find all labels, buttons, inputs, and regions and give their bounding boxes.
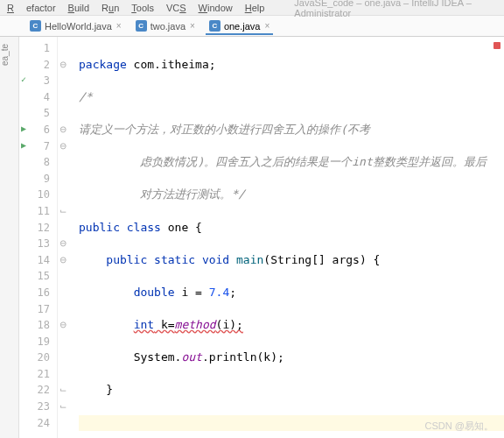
- code-line: /*: [79, 89, 504, 106]
- watermark: CSDN @易知。: [425, 420, 494, 433]
- code-line: int k=method(i);: [79, 317, 504, 334]
- fold-column[interactable]: ⊖ ⊖⊖ ⌙⊖⊖ ⊖ ⌙⌙: [58, 37, 68, 438]
- line-number[interactable]: 20: [19, 350, 57, 366]
- sidebar-label: ea_te: [0, 44, 10, 66]
- line-number[interactable]: 22: [19, 382, 57, 399]
- line-number[interactable]: 8: [19, 154, 57, 171]
- line-number[interactable]: 11: [19, 203, 57, 220]
- window-title: JavaSE_code – one.java – IntelliJ IDEA –…: [276, 0, 497, 18]
- line-number[interactable]: 9: [19, 171, 57, 187]
- menu-run[interactable]: Run: [102, 3, 119, 13]
- title-bar: Refactor Build Run Tools VCS Window Help…: [0, 0, 504, 16]
- line-number[interactable]: 4: [19, 89, 57, 106]
- tab-two[interactable]: C two.java ×: [129, 18, 202, 34]
- java-class-icon: C: [209, 20, 220, 32]
- tab-label: HelloWorld.java: [45, 21, 112, 32]
- line-number[interactable]: 1: [19, 40, 57, 57]
- tab-label: two.java: [150, 21, 186, 32]
- menu-refactor[interactable]: Refactor: [7, 3, 56, 13]
- line-number[interactable]: 5: [19, 105, 57, 122]
- menu-help[interactable]: Help: [245, 3, 265, 13]
- code-line: double i = 7.4;: [79, 285, 504, 301]
- menu-window[interactable]: Window: [199, 3, 233, 13]
- code-line: public class one {: [79, 220, 504, 237]
- run-icon[interactable]: ▶: [21, 124, 26, 133]
- line-number[interactable]: 21: [19, 366, 57, 383]
- line-number[interactable]: 2: [19, 57, 57, 74]
- main-menu[interactable]: Refactor Build Run Tools VCS Window Help: [7, 3, 276, 13]
- code-line: public static void main(String[] args) {: [79, 252, 504, 269]
- line-gutter[interactable]: 1 2 ✓3 4 5 ▶6 ▶7 8 9 10 11 12 13 14 15 1…: [19, 37, 58, 438]
- tab-helloworld[interactable]: C HelloWorld.java ×: [23, 18, 129, 34]
- code-line: 对方法进行测试。*/: [79, 187, 504, 203]
- code-line: package com.itheima;: [79, 57, 504, 74]
- line-number[interactable]: 23: [19, 399, 57, 415]
- code-area[interactable]: package com.itheima; /* 请定义一个方法，对正数的小数进行…: [68, 37, 504, 438]
- line-number[interactable]: ✓3: [19, 73, 57, 89]
- check-icon[interactable]: ✓: [21, 75, 26, 84]
- line-number[interactable]: 24: [19, 415, 57, 432]
- code-editor[interactable]: 1 2 ✓3 4 5 ▶6 ▶7 8 9 10 11 12 13 14 15 1…: [19, 37, 504, 438]
- menu-tools[interactable]: Tools: [131, 3, 154, 13]
- menu-build[interactable]: Build: [68, 3, 89, 13]
- line-number[interactable]: 12: [19, 220, 57, 237]
- line-number[interactable]: 16: [19, 285, 57, 301]
- line-number[interactable]: 18: [19, 317, 57, 334]
- close-icon[interactable]: ×: [264, 21, 270, 31]
- java-class-icon: C: [30, 20, 41, 32]
- close-icon[interactable]: ×: [190, 21, 195, 31]
- tab-label: one.java: [224, 21, 261, 32]
- close-icon[interactable]: ×: [116, 21, 122, 31]
- code-line: 虑负数情况)。四舍五入之后的结果是一个int整数类型并返回。最后: [79, 154, 504, 171]
- java-class-icon: C: [136, 20, 147, 32]
- code-line: }: [79, 382, 504, 399]
- line-number[interactable]: ▶7: [19, 138, 57, 155]
- line-number[interactable]: 10: [19, 187, 57, 203]
- error-underline[interactable]: int k=method(i);: [134, 318, 243, 331]
- editor-wrap: ea_te 1 2 ✓3 4 5 ▶6 ▶7 8 9 10 11 12 13 1…: [0, 37, 504, 438]
- error-stripe-marker[interactable]: [494, 42, 500, 49]
- tab-one[interactable]: C one.java ×: [202, 18, 276, 34]
- code-line: 请定义一个方法，对正数的小数进行四舍五入的操作(不考: [79, 122, 504, 138]
- line-number[interactable]: 13: [19, 236, 57, 252]
- code-line: System.out.println(k);: [79, 350, 504, 366]
- editor-tabs: C HelloWorld.java × C two.java × C one.j…: [0, 16, 504, 37]
- left-tool-sidebar[interactable]: ea_te: [0, 37, 19, 438]
- line-number[interactable]: 15: [19, 268, 57, 285]
- run-icon[interactable]: ▶: [21, 141, 26, 150]
- line-number[interactable]: ▶6: [19, 122, 57, 138]
- menu-vcs[interactable]: VCS: [166, 3, 186, 13]
- line-number[interactable]: 17: [19, 301, 57, 318]
- line-number[interactable]: 14: [19, 252, 57, 269]
- line-number[interactable]: 19: [19, 334, 57, 350]
